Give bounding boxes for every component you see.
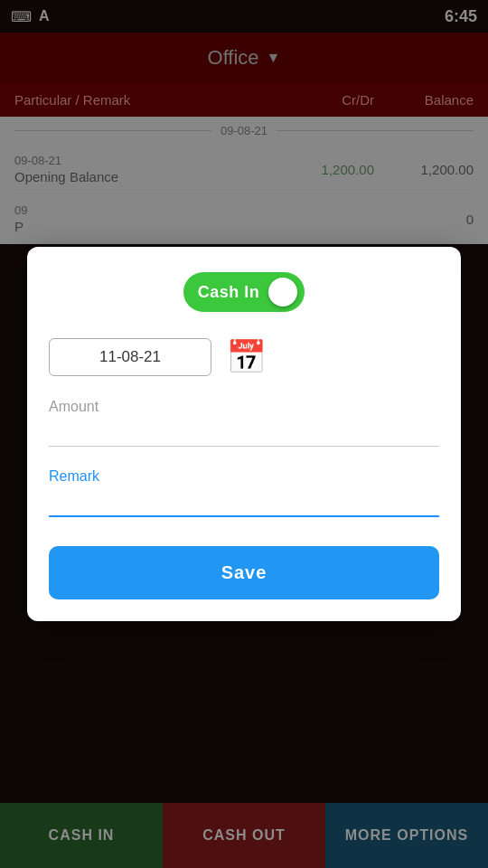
amount-field-group: Amount: [49, 399, 439, 447]
amount-label: Amount: [49, 399, 439, 415]
cash-in-toggle[interactable]: Cash In: [183, 272, 305, 312]
cash-in-modal: Cash In 📅 Amount Remark Save: [27, 247, 461, 621]
calendar-icon: 📅: [226, 338, 267, 376]
remark-input[interactable]: [49, 488, 439, 517]
toggle-label: Cash In: [198, 283, 260, 302]
toggle-row: Cash In: [49, 272, 439, 312]
amount-input[interactable]: [49, 419, 439, 447]
date-row: 📅: [49, 337, 439, 377]
toggle-circle: [268, 278, 297, 307]
date-input[interactable]: [49, 338, 211, 376]
calendar-button[interactable]: 📅: [226, 337, 266, 377]
save-button[interactable]: Save: [49, 546, 439, 599]
modal-overlay: Cash In 📅 Amount Remark Save: [0, 0, 488, 868]
remark-label: Remark: [49, 468, 439, 485]
remark-field-group: Remark: [49, 468, 439, 517]
